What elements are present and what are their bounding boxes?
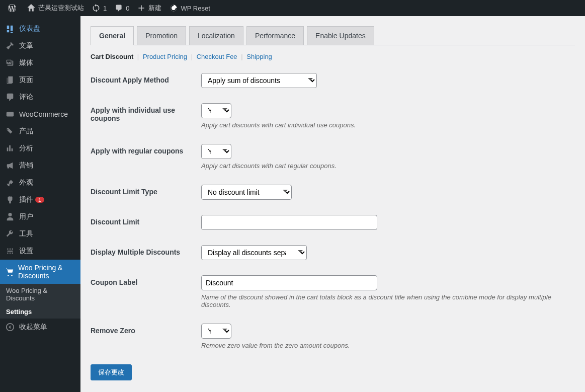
tab-performance[interactable]: Performance xyxy=(246,26,304,45)
menu-label: 用户 xyxy=(19,212,33,221)
menu-label: 仪表盘 xyxy=(19,24,40,33)
menu-label: 产品 xyxy=(19,127,33,136)
menu-pages[interactable]: 页面 xyxy=(0,71,80,89)
product-icon xyxy=(5,127,15,136)
tab-general[interactable]: General xyxy=(91,26,134,45)
menu-users[interactable]: 用户 xyxy=(0,208,80,225)
user-icon xyxy=(5,212,15,221)
menu-label: 工具 xyxy=(19,229,33,239)
megaphone-icon xyxy=(5,161,15,170)
updates[interactable]: 1 xyxy=(88,0,111,16)
submenu: Woo Pricing & Discounts Settings xyxy=(0,284,80,319)
menu-appearance[interactable]: 外观 xyxy=(0,174,80,191)
menu-label: Woo Pricing & Discounts xyxy=(18,264,75,280)
subtab-product-pricing[interactable]: Product Pricing xyxy=(143,53,187,60)
comments[interactable]: 0 xyxy=(111,0,133,16)
desc-apply-regular: Apply cart discounts with cart regular c… xyxy=(201,162,575,170)
label-remove-zero: Remove Zero xyxy=(91,324,201,335)
comments-count: 0 xyxy=(126,5,129,12)
refresh-icon xyxy=(92,4,100,12)
submenu-overview[interactable]: Woo Pricing & Discounts xyxy=(0,284,80,305)
menu-settings[interactable]: 设置 xyxy=(0,243,80,260)
input-coupon-label[interactable] xyxy=(201,275,377,290)
submenu-settings[interactable]: Settings xyxy=(0,305,80,319)
settings-tabs: General Promotion Localization Performan… xyxy=(91,26,575,45)
wp-reset-label: WP Reset xyxy=(181,5,210,12)
menu-woocommerce[interactable]: WooCommerce xyxy=(0,106,80,123)
desc-apply-individual: Apply cart discounts with cart individua… xyxy=(201,121,575,129)
menu-label: 媒体 xyxy=(19,58,33,67)
wp-reset[interactable]: WP Reset xyxy=(165,0,214,16)
new-content[interactable]: 新建 xyxy=(133,0,165,16)
menu-woo-pricing[interactable]: Woo Pricing & Discounts xyxy=(0,260,80,284)
subtab-cart-discount[interactable]: Cart Discount xyxy=(91,53,133,60)
collapse-icon xyxy=(5,323,15,332)
menu-label: 设置 xyxy=(19,247,33,256)
menu-products[interactable]: 产品 xyxy=(0,123,80,140)
home-icon xyxy=(27,4,35,12)
reset-icon xyxy=(170,4,178,12)
page-icon xyxy=(5,75,15,85)
menu-label: 评论 xyxy=(19,93,33,102)
main-content: General Promotion Localization Performan… xyxy=(80,16,585,392)
select-discount-apply-method[interactable]: Apply sum of discounts xyxy=(201,73,317,88)
menu-label: 页面 xyxy=(19,75,33,85)
input-discount-limit[interactable] xyxy=(201,215,377,230)
tab-updates[interactable]: Enable Updates xyxy=(307,26,374,45)
tab-promotion[interactable]: Promotion xyxy=(137,26,186,45)
admin-topbar: 芒果运营测试站 1 0 新建 WP Reset xyxy=(0,0,585,16)
label-discount-limit-type: Discount Limit Type xyxy=(91,185,201,196)
wp-logo[interactable] xyxy=(4,0,23,16)
menu-tools[interactable]: 工具 xyxy=(0,225,80,243)
select-apply-individual[interactable]: Yes xyxy=(201,103,231,118)
tab-localization[interactable]: Localization xyxy=(189,26,243,45)
new-label: 新建 xyxy=(148,4,161,13)
admin-sidebar: 仪表盘 文章 媒体 页面 评论 WooCommerce 产品 分析 营销 外观 … xyxy=(0,16,80,392)
menu-label: 分析 xyxy=(19,144,33,153)
select-display-multiple[interactable]: Display all discounts separately xyxy=(201,245,307,260)
plug-icon xyxy=(5,195,15,204)
brush-icon xyxy=(5,178,15,187)
menu-collapse[interactable]: 收起菜单 xyxy=(0,319,80,336)
site-name[interactable]: 芒果运营测试站 xyxy=(23,0,88,16)
menu-comments[interactable]: 评论 xyxy=(0,89,80,106)
desc-remove-zero: Remove zero value from the zero amount c… xyxy=(201,342,575,349)
label-display-multiple: Display Multiple Discounts xyxy=(91,245,201,256)
menu-dashboard[interactable]: 仪表盘 xyxy=(0,20,80,37)
dashboard-icon xyxy=(5,24,15,33)
menu-posts[interactable]: 文章 xyxy=(0,37,80,54)
collapse-label: 收起菜单 xyxy=(19,323,47,332)
media-icon xyxy=(5,58,15,67)
menu-marketing[interactable]: 营销 xyxy=(0,157,80,174)
label-coupon-label: Coupon Label xyxy=(91,275,201,286)
menu-label: 外观 xyxy=(19,178,33,187)
sub-navigation: Cart Discount | Product Pricing | Checko… xyxy=(91,53,575,60)
desc-coupon-label: Name of the discount showed in the cart … xyxy=(201,293,575,308)
save-button[interactable]: 保存更改 xyxy=(91,364,132,380)
sliders-icon xyxy=(5,247,15,256)
pin-icon xyxy=(5,41,15,50)
woo-icon xyxy=(5,110,15,119)
label-apply-regular: Apply with regular coupons xyxy=(91,144,201,155)
select-remove-zero[interactable]: Yes xyxy=(201,324,231,339)
wrench-icon xyxy=(5,229,15,239)
site-name-label: 芒果运营测试站 xyxy=(38,4,84,13)
comment-icon xyxy=(115,4,123,12)
menu-label: 营销 xyxy=(19,161,33,170)
menu-analytics[interactable]: 分析 xyxy=(0,140,80,157)
menu-label: 文章 xyxy=(19,41,33,50)
chart-icon xyxy=(5,144,15,153)
subtab-shipping[interactable]: Shipping xyxy=(246,53,272,60)
label-discount-limit: Discount Limit xyxy=(91,215,201,226)
comment-icon xyxy=(5,93,15,102)
plus-icon xyxy=(137,4,145,12)
menu-plugins[interactable]: 插件1 xyxy=(0,191,80,208)
subtab-checkout-fee[interactable]: Checkout Fee xyxy=(197,53,237,60)
select-apply-regular[interactable]: Yes xyxy=(201,144,231,159)
svg-rect-1 xyxy=(7,112,14,117)
plugins-badge: 1 xyxy=(35,197,44,203)
menu-label: 插件 xyxy=(19,195,33,204)
label-discount-apply-method: Discount Apply Method xyxy=(91,73,201,84)
select-discount-limit-type[interactable]: No discount limit xyxy=(201,185,292,200)
menu-media[interactable]: 媒体 xyxy=(0,54,80,71)
